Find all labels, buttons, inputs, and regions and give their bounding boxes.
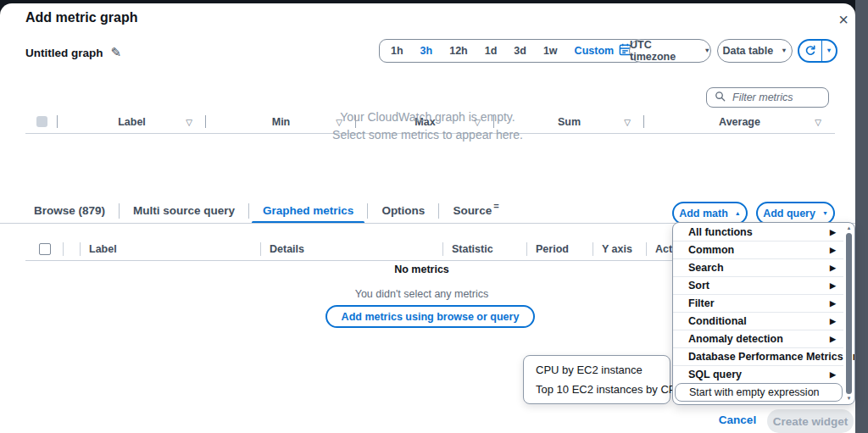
close-icon[interactable]: ×	[832, 8, 854, 31]
refresh-options-caret[interactable]: ▼	[822, 41, 836, 61]
sort-icon: ▽	[336, 117, 342, 126]
scroll-up-icon[interactable]: ▲	[847, 225, 852, 231]
metrics-tabs: Browse (879) Multi source query Graphed …	[25, 199, 513, 222]
submenu-arrow-icon: ▶	[830, 370, 836, 379]
sort-icon: ▽	[186, 117, 192, 126]
scrollbar-thumb[interactable]	[846, 233, 852, 394]
expander-column	[64, 238, 81, 260]
submenu-arrow-icon: ▶	[830, 246, 836, 254]
refresh-icon[interactable]	[799, 41, 822, 61]
sort-icon: ▽	[624, 117, 631, 126]
select-all-cell	[25, 238, 64, 260]
math-menu-list: All functions▶ Common▶ Search▶ Sort▶ Fil…	[673, 223, 843, 404]
sort-icon: ▽	[474, 117, 481, 126]
custom-range-label: Custom	[575, 45, 615, 57]
submenu-arrow-icon: ▶	[830, 264, 836, 272]
time-range-1d[interactable]: 1d	[476, 45, 506, 57]
filter-metrics-box	[706, 87, 829, 108]
chevron-down-icon: ▼	[822, 210, 828, 216]
source-badge-icon: =	[493, 201, 498, 211]
select-all-checkbox[interactable]	[39, 243, 51, 255]
query-option-cpu-by-instance[interactable]: CPU by EC2 instance	[524, 360, 670, 380]
column-header-statistic: Statistic	[443, 238, 527, 260]
select-all-cell	[25, 110, 58, 133]
view-mode-dropdown[interactable]: Data table ▼	[717, 39, 793, 63]
filter-metrics-input[interactable]	[731, 91, 821, 104]
menu-item-common[interactable]: Common▶	[673, 241, 843, 258]
query-suggestions-popup: CPU by EC2 instance Top 10 EC2 instances…	[523, 355, 670, 404]
graph-name-row: Untitled graph ✎	[25, 45, 121, 60]
tab-browse[interactable]: Browse (879)	[25, 199, 119, 222]
chevron-down-icon: ▼	[781, 47, 787, 54]
menu-item-all-functions[interactable]: All functions▶	[673, 224, 843, 241]
add-metric-graph-dialog: Add metric graph × Untitled graph ✎ 1h 3…	[0, 3, 855, 433]
view-mode-label: Data table	[722, 45, 773, 57]
menu-item-conditional[interactable]: Conditional▶	[673, 312, 843, 330]
chevron-down-icon: ▼	[704, 47, 710, 54]
cancel-button[interactable]: Cancel	[712, 414, 763, 426]
summary-table-header: Label▽ Min▽ Max▽ Sum▽ Average▽	[25, 110, 835, 134]
edit-pencil-icon[interactable]: ✎	[111, 45, 122, 60]
time-range-12h[interactable]: 12h	[441, 45, 476, 57]
chevron-up-icon: ▲	[735, 210, 741, 216]
menu-item-start-empty-expression[interactable]: Start with empty expression	[675, 383, 843, 402]
add-math-dropdown-menu: All functions▶ Common▶ Search▶ Sort▶ Fil…	[672, 222, 855, 405]
timezone-label: UTC timezone	[630, 39, 697, 63]
column-header-label: Label	[81, 238, 261, 260]
menu-item-sort[interactable]: Sort▶	[673, 276, 843, 294]
refresh-split-button: ▼	[798, 39, 837, 63]
submenu-arrow-icon: ▶	[830, 281, 836, 290]
sort-icon: ▽	[815, 117, 821, 126]
column-header-sum[interactable]: Sum▽	[494, 110, 644, 133]
time-range-3h[interactable]: 3h	[412, 45, 442, 57]
create-widget-button[interactable]: Create widget	[767, 409, 854, 433]
column-header-period: Period	[527, 238, 593, 260]
add-math-button[interactable]: Add math ▲	[672, 202, 748, 225]
tab-multi-source-query[interactable]: Multi source query	[120, 199, 248, 222]
time-range-segment-control: 1h 3h 12h 1d 3d 1w Custom	[379, 39, 643, 63]
scroll-down-icon[interactable]: ▼	[847, 396, 852, 402]
time-range-3d[interactable]: 3d	[505, 45, 535, 57]
submenu-arrow-icon: ▶	[830, 317, 836, 325]
column-header-yaxis: Y axis	[593, 238, 647, 260]
page-title: Add metric graph	[25, 10, 137, 25]
menu-item-filter[interactable]: Filter▶	[673, 294, 843, 312]
add-metrics-browse-button[interactable]: Add metrics using browse or query	[326, 305, 536, 328]
menu-item-db-performance-metrics[interactable]: Database Performance Metrics - new▶	[673, 347, 843, 365]
menu-item-search[interactable]: Search▶	[673, 258, 843, 276]
select-all-checkbox[interactable]	[36, 116, 47, 127]
tab-source[interactable]: Source=	[439, 199, 512, 222]
tab-graphed-metrics[interactable]: Graphed metrics	[249, 199, 367, 222]
graph-name-label: Untitled graph	[25, 47, 103, 59]
timezone-dropdown[interactable]: UTC timezone ▼	[629, 39, 711, 63]
page-backdrop-strip	[855, 0, 868, 433]
column-header-details: Details	[261, 238, 443, 260]
menu-item-anomaly-detection[interactable]: Anomaly detection▶	[673, 330, 843, 347]
menu-scrollbar[interactable]: ▲ ▼	[843, 223, 854, 404]
column-header-max[interactable]: Max▽	[356, 110, 494, 133]
submenu-arrow-icon: ▶	[830, 228, 836, 236]
submenu-arrow-icon: ▶	[830, 335, 836, 343]
submenu-arrow-icon: ▶	[830, 299, 836, 308]
time-range-1w[interactable]: 1w	[535, 45, 566, 57]
column-header-label[interactable]: Label▽	[58, 110, 206, 133]
time-range-1h[interactable]: 1h	[382, 45, 412, 57]
query-option-top10-cpu[interactable]: Top 10 EC2 instances by CPU	[524, 380, 670, 399]
add-query-button[interactable]: Add query ▼	[756, 202, 835, 225]
search-icon	[715, 90, 726, 105]
column-header-min[interactable]: Min▽	[206, 110, 356, 133]
menu-item-sql-query[interactable]: SQL query▶	[673, 365, 843, 383]
tab-options[interactable]: Options	[368, 199, 438, 222]
column-header-average[interactable]: Average▽	[644, 110, 835, 133]
